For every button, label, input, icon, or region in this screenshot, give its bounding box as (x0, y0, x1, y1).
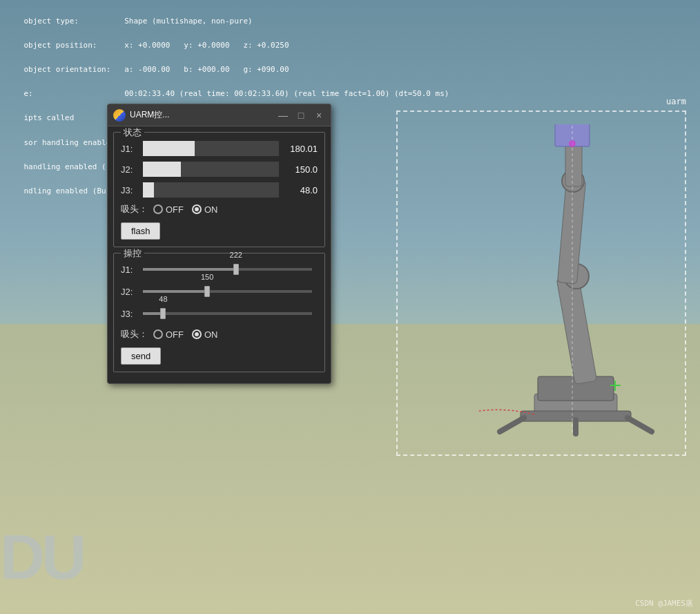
status-j3-fill-dark (154, 182, 279, 198)
status-j3-value: 48.0 (284, 185, 318, 195)
uarm-label: uarm (666, 97, 686, 106)
title-bar-controls: — □ × (277, 109, 325, 122)
control-suction-on-radio[interactable] (192, 329, 202, 339)
status-j2-value: 150.0 (284, 164, 318, 175)
status-j1-bar (143, 141, 279, 156)
status-j2-bar (143, 162, 279, 177)
control-suction-on-text: ON (204, 329, 218, 340)
status-j1-row: J1: 180.01 (121, 141, 318, 156)
attribution: CSDN @JAMES蒸 (635, 598, 693, 608)
control-j2-slider-container[interactable]: 150 (143, 284, 312, 299)
status-suction-on-option[interactable]: ON (192, 204, 218, 215)
control-section-label: 操控 (121, 247, 144, 260)
status-suction-off-text: OFF (166, 204, 184, 215)
status-suction-on-text: ON (204, 204, 218, 215)
control-suction-label: 吸头： (121, 328, 148, 340)
control-j3-slider-container[interactable]: 48 (143, 306, 312, 321)
status-j1-fill-white (143, 141, 195, 156)
panel-content: 状态 J1: 180.01 J2: (108, 126, 331, 383)
status-j3-row: J3: 48.0 (121, 182, 318, 198)
control-j2-row: J2: 150 (121, 284, 318, 299)
control-j3-value: 48 (159, 295, 167, 303)
status-j2-fill-white (143, 162, 181, 177)
status-section-label: 状态 (121, 126, 144, 139)
debug-line-3: object orientation: a: -000.00 b: +000.0… (24, 65, 289, 74)
control-suction-row: 吸头： OFF ON (121, 328, 318, 340)
control-section: 操控 J1: 222 J2: 150 (113, 253, 325, 372)
status-j2-row: J2: 150.0 (121, 162, 318, 177)
status-j2-fill-dark (181, 162, 279, 177)
watermark: DU (0, 522, 83, 593)
control-suction-off-option[interactable]: OFF (153, 329, 184, 340)
control-j1-value: 222 (230, 251, 242, 259)
debug-line-2: object position: x: +0.0000 y: +0.0000 z… (24, 41, 289, 50)
control-window: UARM控... — □ × 状态 J1: 180.01 (107, 104, 331, 384)
status-j1-fill-dark (195, 141, 279, 156)
control-j2-filled (143, 290, 207, 293)
debug-line-4: e: 00:02:33.40 (real time: 00:02:33.60) … (24, 89, 449, 98)
status-j3-fill-white (143, 182, 154, 198)
status-j3-label: J3: (121, 185, 143, 195)
svg-point-13 (569, 140, 576, 147)
control-suction-on-option[interactable]: ON (192, 329, 218, 340)
close-button[interactable]: × (313, 109, 325, 122)
status-suction-row: 吸头： OFF ON (121, 203, 318, 215)
status-j1-value: 180.01 (284, 144, 318, 154)
control-j1-slider-container[interactable]: 222 (143, 262, 312, 277)
svg-line-3 (628, 418, 652, 432)
control-j1-row: J1: 222 (121, 262, 318, 277)
control-j1-label: J1: (121, 265, 143, 275)
status-j1-label: J1: (121, 144, 143, 154)
viewport: object type: Shape (multishape, non-pure… (0, 0, 700, 614)
flash-button[interactable]: flash (121, 222, 160, 240)
control-j3-thumb[interactable] (160, 308, 166, 319)
control-j3-label: J3: (121, 309, 143, 319)
control-j1-thumb[interactable] (233, 264, 239, 275)
status-suction-on-radio[interactable] (192, 204, 202, 214)
control-j2-label: J2: (121, 287, 143, 297)
control-j3-row: J3: 48 (121, 306, 318, 321)
control-j1-filled (143, 268, 236, 271)
control-j2-value: 150 (201, 273, 213, 281)
minimize-button[interactable]: — (277, 109, 289, 122)
status-section: 状态 J1: 180.01 J2: (113, 132, 325, 247)
maximize-button[interactable]: □ (295, 109, 307, 122)
svg-line-2 (500, 418, 524, 432)
send-button[interactable]: send (121, 347, 161, 365)
status-suction-off-radio[interactable] (153, 204, 163, 214)
robot-area: uarm (396, 111, 686, 456)
status-suction-off-option[interactable]: OFF (153, 204, 184, 215)
debug-line-1: object type: Shape (multishape, non-pure… (24, 17, 253, 26)
svg-rect-10 (565, 145, 582, 186)
title-bar[interactable]: UARM控... — □ × (108, 104, 331, 126)
robot-arm-svg (410, 124, 672, 442)
status-suction-label: 吸头： (121, 203, 148, 215)
window-title: UARM控... (130, 109, 277, 121)
svg-rect-6 (556, 275, 596, 384)
app-icon (113, 109, 126, 122)
control-suction-off-radio[interactable] (153, 329, 163, 339)
control-j3-track (143, 312, 312, 315)
control-suction-off-text: OFF (166, 329, 184, 340)
control-j2-thumb[interactable] (204, 286, 210, 297)
status-j2-label: J2: (121, 164, 143, 175)
status-j3-bar (143, 182, 279, 198)
